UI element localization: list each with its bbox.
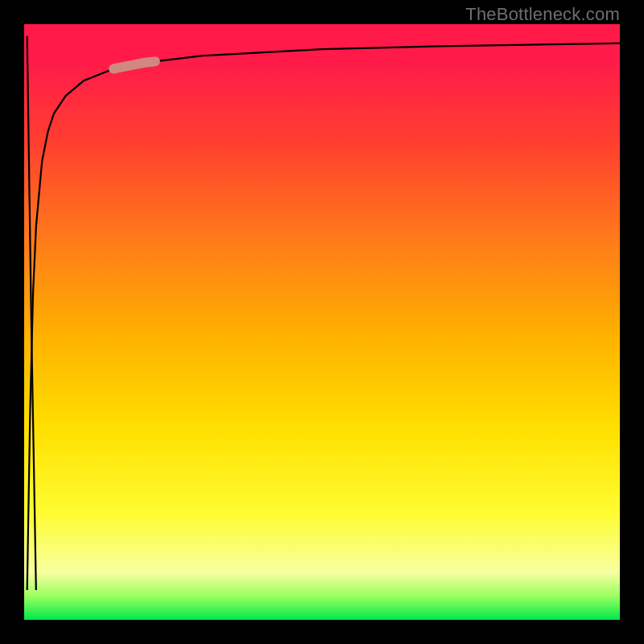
plot-area [24, 24, 620, 620]
highlight-segment-path [114, 61, 155, 68]
attribution-text: TheBottleneck.com [465, 4, 620, 25]
initial-drop-path [27, 36, 36, 590]
chart-container: TheBottleneck.com [0, 0, 644, 644]
bottleneck-curve-path [27, 43, 620, 590]
curve-svg [24, 24, 620, 620]
